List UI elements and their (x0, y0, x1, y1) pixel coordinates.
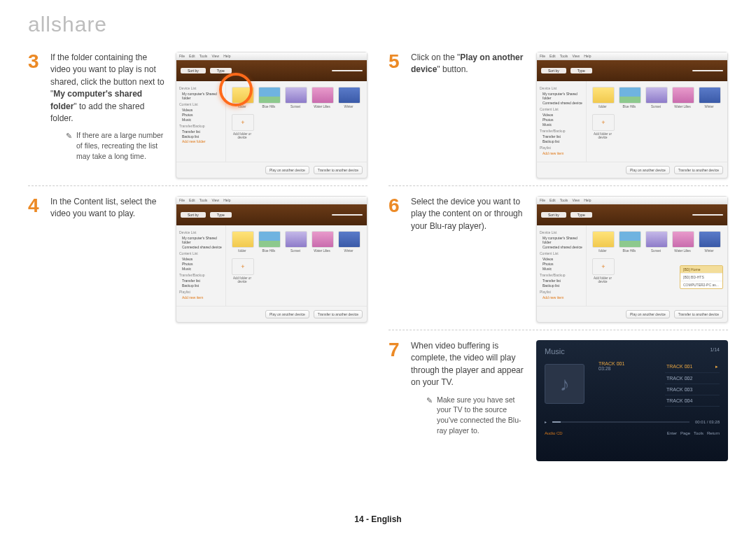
type-select[interactable]: Type (210, 212, 232, 218)
track-item[interactable]: TRACK 002 (665, 373, 720, 384)
menu-help[interactable]: Help (223, 54, 230, 58)
type-select[interactable]: Type (570, 68, 592, 73)
menu-file[interactable]: File (179, 198, 185, 202)
menu-file[interactable]: File (179, 54, 185, 58)
menu-tools[interactable]: Tools (560, 198, 568, 202)
sidebar-item[interactable]: Videos (179, 257, 223, 261)
track-item[interactable]: TRACK 003 (665, 384, 720, 395)
sidebar-item[interactable]: Transfer list (540, 134, 583, 139)
thumb-folder[interactable]: folder (592, 231, 613, 253)
thumb-add[interactable]: +Add folder or device (232, 114, 253, 139)
sidebar-item[interactable]: Backup list (179, 134, 223, 139)
thumb[interactable]: Winter (699, 231, 720, 253)
thumb[interactable]: Blue Hills (619, 231, 640, 253)
play-button[interactable]: Play on another device (626, 166, 670, 174)
sidebar-item[interactable]: Connected shared device (540, 245, 583, 249)
thumb-add[interactable]: +Add folder or device (592, 114, 613, 139)
sidebar-add[interactable]: Add new item (540, 151, 583, 155)
sort-select[interactable]: Sort by (181, 68, 206, 73)
search-box[interactable] (692, 70, 723, 71)
menu-edit[interactable]: Edit (550, 54, 556, 58)
sidebar-item[interactable]: Videos (540, 257, 583, 261)
thumb[interactable]: Blue Hills (258, 231, 279, 253)
thumb[interactable]: Winter (338, 231, 359, 253)
sidebar-item[interactable]: Music (540, 267, 583, 271)
menu-edit[interactable]: Edit (189, 54, 195, 58)
track-item[interactable]: TRACK 004 (665, 395, 720, 407)
thumb-add[interactable]: +Add folder or device (592, 258, 613, 283)
sort-select[interactable]: Sort by (181, 212, 206, 218)
play-button[interactable]: Play on another device (626, 310, 670, 318)
thumb-add[interactable]: +Add folder or device (232, 258, 253, 283)
sidebar-add[interactable]: Add new folder (179, 139, 223, 143)
thumb[interactable]: Winter (699, 87, 720, 108)
sidebar-item[interactable]: Connected shared device (179, 245, 223, 249)
progress-bar[interactable] (552, 421, 690, 423)
menu-view[interactable]: View (572, 54, 580, 58)
thumb-folder[interactable]: folder (232, 231, 253, 253)
popup-item[interactable]: [BD] BD-HTS (680, 273, 722, 281)
search-box[interactable] (332, 70, 363, 71)
sidebar-item[interactable]: Backup list (179, 283, 223, 288)
sidebar-item[interactable]: Backup list (540, 139, 583, 143)
track-item[interactable]: TRACK 001▸ (665, 361, 720, 373)
menu-view[interactable]: View (572, 198, 580, 202)
play-button[interactable]: Play on another device (265, 166, 309, 174)
popup-item[interactable]: COMPUTER2-PC as... (680, 281, 722, 288)
thumb[interactable]: Water Lilies (312, 231, 332, 253)
search-box[interactable] (692, 214, 723, 216)
transfer-button[interactable]: Transfer to another device (674, 310, 723, 318)
sidebar-item[interactable]: Music (179, 267, 223, 271)
menu-tools[interactable]: Tools (200, 54, 208, 58)
menu-help[interactable]: Help (584, 198, 591, 202)
transfer-button[interactable]: Transfer to another device (314, 310, 363, 318)
search-box[interactable] (332, 214, 363, 216)
thumb[interactable]: Sunset (645, 87, 666, 108)
sidebar-item[interactable]: Backup list (540, 283, 583, 288)
type-select[interactable]: Type (570, 212, 592, 218)
sidebar-item[interactable]: Videos (179, 108, 223, 112)
thumb[interactable]: Water Lilies (672, 87, 693, 108)
menu-view[interactable]: View (211, 54, 219, 58)
sidebar-item[interactable]: My computer's Shared folder (179, 92, 223, 100)
menu-edit[interactable]: Edit (550, 198, 556, 202)
menu-file[interactable]: File (540, 198, 545, 202)
sidebar-item[interactable]: Photos (179, 262, 223, 266)
sidebar-item[interactable]: Music (540, 122, 583, 127)
thumb[interactable]: Sunset (285, 231, 306, 253)
sidebar-item[interactable]: Photos (540, 118, 583, 122)
sidebar-item[interactable]: My computer's Shared folder (540, 236, 583, 244)
menu-edit[interactable]: Edit (189, 198, 195, 202)
menu-help[interactable]: Help (223, 198, 230, 202)
thumb[interactable]: Blue Hills (258, 87, 279, 108)
sidebar-add[interactable]: Add new item (540, 295, 583, 300)
thumb[interactable]: Blue Hills (619, 87, 640, 108)
sidebar-item[interactable]: Music (179, 118, 223, 122)
sidebar-item[interactable]: Transfer list (179, 129, 223, 134)
transfer-button[interactable]: Transfer to another device (674, 166, 723, 174)
menu-tools[interactable]: Tools (200, 198, 208, 202)
menu-view[interactable]: View (211, 198, 219, 202)
thumb[interactable]: Winter (338, 87, 359, 108)
sidebar-item[interactable]: Videos (540, 113, 583, 117)
play-button[interactable]: Play on another device (265, 310, 309, 318)
sidebar-add[interactable]: Add new item (179, 295, 223, 300)
sidebar-item[interactable]: Connected shared device (540, 101, 583, 105)
thumb[interactable]: Sunset (645, 231, 666, 253)
sidebar-item[interactable]: Photos (179, 113, 223, 117)
sidebar-item[interactable]: Transfer list (540, 279, 583, 283)
sidebar-item[interactable]: Photos (540, 262, 583, 266)
sort-select[interactable]: Sort by (541, 212, 566, 218)
thumb[interactable]: Water Lilies (312, 87, 332, 108)
sidebar-item[interactable]: Transfer list (179, 279, 223, 283)
sidebar-item[interactable]: My computer's Shared folder (540, 92, 583, 100)
type-select[interactable]: Type (210, 68, 232, 73)
thumb[interactable]: Sunset (285, 87, 306, 108)
transfer-button[interactable]: Transfer to another device (314, 166, 363, 174)
sidebar-item[interactable]: My computer's Shared folder (179, 236, 223, 244)
thumb[interactable]: Water Lilies (672, 231, 693, 253)
thumb-folder[interactable]: folder (592, 87, 613, 108)
menu-tools[interactable]: Tools (560, 54, 568, 58)
sort-select[interactable]: Sort by (541, 68, 566, 73)
menu-file[interactable]: File (540, 54, 545, 58)
